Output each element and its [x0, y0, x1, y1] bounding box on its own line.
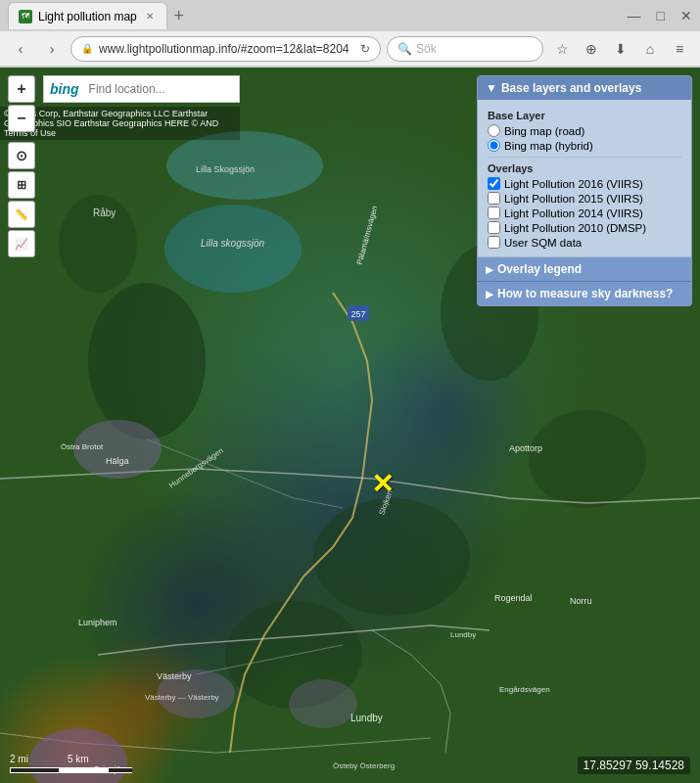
minimize-button[interactable]: — — [628, 8, 641, 23]
graph-button[interactable]: 📈 — [8, 230, 35, 257]
svg-text:Västerby — Västerby: Västerby — Västerby — [145, 693, 219, 702]
svg-text:Hälga: Hälga — [106, 456, 129, 466]
panel-header-title: Base layers and overlays — [501, 81, 641, 95]
svg-point-9 — [88, 283, 206, 439]
checkbox-2015-label: Light Pollution 2015 (VIIRS) — [504, 193, 643, 205]
search-bar[interactable]: 🔍 Sök — [387, 36, 543, 62]
maximize-button[interactable]: □ — [657, 8, 665, 23]
gps-button[interactable]: ⊙ — [8, 142, 35, 169]
tab-favicon: 🗺 — [19, 10, 32, 23]
checkbox-2016-input[interactable] — [488, 177, 500, 190]
scale-label-km: 5 km — [68, 754, 89, 764]
svg-point-12 — [529, 410, 646, 508]
scale-bar: 2 mi 5 km — [10, 754, 132, 774]
nav-icons: ☆ ⊕ ⬇ ⌂ ≡ — [549, 36, 692, 62]
window-controls: — □ ✕ — [628, 8, 692, 23]
expand-arrow2-icon: ▶ — [486, 289, 493, 299]
zoom-out-button[interactable]: − — [8, 105, 35, 132]
svg-text:Lilla skogssjön: Lilla skogssjön — [201, 238, 264, 249]
scale-segment-light — [59, 767, 108, 773]
bing-search-bar[interactable]: bing — [43, 75, 240, 103]
tab-title: Light pollution map — [38, 10, 137, 23]
svg-text:257: 257 — [350, 309, 365, 319]
radio-hybrid[interactable]: Bing map (hybrid) — [488, 139, 681, 152]
checkbox-2010[interactable]: Light Pollution 2010 (DMSP) — [488, 221, 681, 234]
download-button[interactable]: ⬇ — [608, 36, 633, 62]
svg-text:Apottorp: Apottorp — [509, 443, 542, 453]
reload-button[interactable]: ↻ — [360, 42, 370, 56]
svg-point-10 — [313, 498, 470, 616]
radio-road-input[interactable] — [488, 124, 500, 137]
layers-panel: ▼ Base layers and overlays Base Layer Bi… — [477, 75, 692, 306]
svg-text:Rogendal: Rogendal — [494, 593, 533, 603]
checkbox-sqm[interactable]: User SQM data — [488, 236, 681, 249]
overlay-legend-toggle[interactable]: ▶ Overlay legend — [478, 257, 691, 281]
scale-line — [10, 766, 132, 774]
browser-chrome: 🗺 Light pollution map ✕ + — □ ✕ ‹ › 🔒 ww… — [0, 0, 700, 68]
panel-header[interactable]: ▼ Base layers and overlays — [478, 76, 691, 100]
bookmark-button[interactable]: ☆ — [549, 36, 575, 62]
map-container[interactable]: 257 Råby Lilla Skogssjön Lilla skogssjön… — [0, 68, 700, 783]
svg-point-20 — [289, 679, 357, 728]
panel-bottom-section: ▶ Overlay legend ▶ How to measure sky da… — [478, 256, 691, 305]
svg-text:Lilla Skogssjön: Lilla Skogssjön — [196, 164, 255, 174]
attribution-text: © Harris Corp, Earthstar Geographics LLC… — [0, 107, 240, 140]
checkbox-2014-input[interactable] — [488, 207, 500, 219]
nav-bar: ‹ › 🔒 www.lightpollutionmap.info/#zoom=1… — [0, 31, 700, 67]
svg-text:Östeby Österberg: Östeby Österberg — [333, 761, 395, 770]
checkbox-sqm-input[interactable] — [488, 236, 500, 249]
how-to-toggle[interactable]: ▶ How to measure sky darkness? — [478, 281, 691, 305]
checkbox-2016[interactable]: Light Pollution 2016 (VIIRS) — [488, 177, 681, 190]
svg-text:Västerby: Västerby — [157, 671, 192, 681]
radio-road[interactable]: Bing map (road) — [488, 124, 681, 137]
svg-text:Östra Brotot: Östra Brotot — [61, 442, 104, 451]
svg-text:Råby: Råby — [93, 207, 116, 218]
save-button[interactable]: ⊕ — [579, 36, 604, 62]
collapse-arrow-icon: ▼ — [486, 81, 497, 95]
new-tab-button[interactable]: + — [167, 4, 191, 27]
radio-road-label: Bing map (road) — [504, 125, 584, 137]
home-button[interactable]: ⌂ — [637, 36, 663, 62]
map-controls: + − ⊙ ⊞ 📏 📈 — [8, 75, 35, 257]
checkbox-2010-label: Light Pollution 2010 (DMSP) — [504, 222, 646, 234]
svg-text:Engårdsvägen: Engårdsvägen — [499, 685, 550, 694]
active-tab[interactable]: 🗺 Light pollution map ✕ — [8, 2, 167, 29]
panel-body: Base Layer Bing map (road) Bing map (hyb… — [478, 100, 691, 256]
checkbox-2016-label: Light Pollution 2016 (VIIRS) — [504, 178, 643, 190]
base-layer-title: Base Layer — [488, 110, 681, 121]
close-window-button[interactable]: ✕ — [680, 8, 692, 23]
svg-text:Lundby: Lundby — [350, 713, 383, 723]
overlay-legend-label: Overlay legend — [497, 262, 582, 276]
scale-segment-dark — [10, 767, 59, 773]
svg-text:Lundby: Lundby — [450, 630, 476, 639]
checkbox-2015[interactable]: Light Pollution 2015 (VIIRS) — [488, 192, 681, 205]
ruler-button[interactable]: 📏 — [8, 201, 35, 228]
tab-close-button[interactable]: ✕ — [143, 10, 157, 23]
checkbox-2010-input[interactable] — [488, 221, 500, 234]
expand-arrow-icon: ▶ — [486, 264, 493, 275]
scale-labels: 2 mi 5 km — [10, 754, 132, 764]
forward-button[interactable]: › — [39, 36, 65, 62]
svg-text:Luniphem: Luniphem — [78, 618, 117, 627]
checkbox-2014-label: Light Pollution 2014 (VIIRS) — [504, 207, 643, 219]
checkbox-sqm-label: User SQM data — [504, 237, 582, 249]
checkbox-2015-input[interactable] — [488, 192, 500, 205]
location-search-input[interactable] — [85, 82, 239, 96]
coordinates-display: 17.85297 59.14528 — [578, 757, 690, 774]
tab-bar: 🗺 Light pollution map ✕ + — □ ✕ — [0, 0, 700, 31]
address-bar[interactable]: 🔒 www.lightpollutionmap.info/#zoom=12&la… — [70, 36, 381, 62]
svg-text:Norru: Norru — [570, 596, 592, 606]
back-button[interactable]: ‹ — [8, 36, 33, 62]
scale-segment-dark2 — [108, 767, 132, 773]
zoom-in-button[interactable]: + — [8, 75, 35, 103]
url-text: www.lightpollutionmap.info/#zoom=12&lat=… — [99, 42, 354, 56]
overlays-title: Overlays — [488, 162, 681, 174]
search-placeholder: Sök — [416, 42, 437, 56]
bing-logo: bing — [44, 81, 85, 97]
location-marker: ✕ — [371, 468, 394, 500]
lock-icon: 🔒 — [81, 43, 93, 54]
menu-button[interactable]: ≡ — [667, 36, 692, 62]
checkbox-2014[interactable]: Light Pollution 2014 (VIIRS) — [488, 207, 681, 219]
layers-button[interactable]: ⊞ — [8, 171, 35, 199]
radio-hybrid-input[interactable] — [488, 139, 500, 152]
